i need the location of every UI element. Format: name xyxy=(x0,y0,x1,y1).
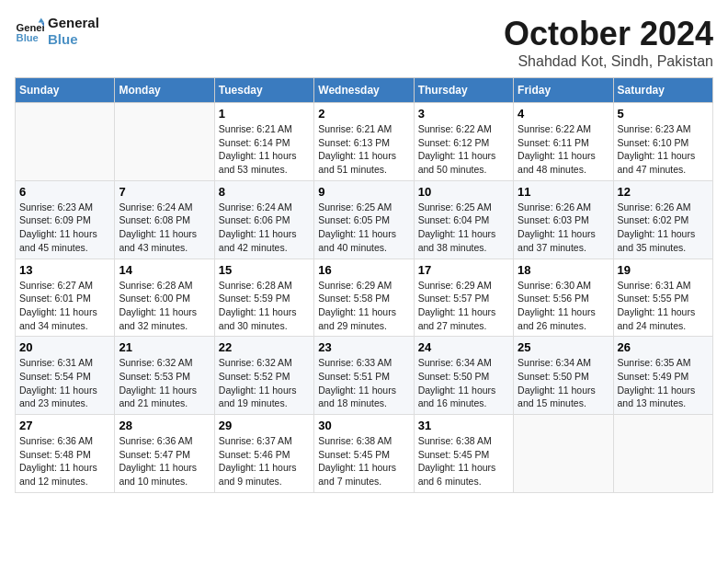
calendar-week: 13Sunrise: 6:27 AM Sunset: 6:01 PM Dayli… xyxy=(16,259,713,337)
day-number: 8 xyxy=(219,185,310,199)
day-info: Sunrise: 6:21 AM Sunset: 6:14 PM Dayligh… xyxy=(219,122,310,177)
weekday-header: Monday xyxy=(115,78,214,103)
day-info: Sunrise: 6:34 AM Sunset: 5:50 PM Dayligh… xyxy=(518,356,609,410)
day-number: 27 xyxy=(19,419,110,432)
svg-text:General: General xyxy=(17,22,44,33)
day-number: 4 xyxy=(518,107,609,121)
day-number: 11 xyxy=(518,185,609,199)
calendar-cell: 19Sunrise: 6:31 AM Sunset: 5:55 PM Dayli… xyxy=(613,259,712,337)
day-info: Sunrise: 6:32 AM Sunset: 5:52 PM Dayligh… xyxy=(219,356,310,410)
calendar-week: 6Sunrise: 6:23 AM Sunset: 6:09 PM Daylig… xyxy=(16,180,713,259)
weekday-header: Thursday xyxy=(414,78,513,103)
calendar-cell: 4Sunrise: 6:22 AM Sunset: 6:11 PM Daylig… xyxy=(514,103,613,181)
day-number: 12 xyxy=(618,185,709,199)
calendar-cell: 8Sunrise: 6:24 AM Sunset: 6:06 PM Daylig… xyxy=(214,180,313,259)
day-number: 30 xyxy=(318,419,409,432)
day-info: Sunrise: 6:25 AM Sunset: 6:04 PM Dayligh… xyxy=(418,201,509,255)
day-info: Sunrise: 6:24 AM Sunset: 6:06 PM Dayligh… xyxy=(219,201,310,255)
day-number: 14 xyxy=(119,263,210,277)
calendar-cell: 6Sunrise: 6:23 AM Sunset: 6:09 PM Daylig… xyxy=(16,180,115,259)
calendar-cell: 13Sunrise: 6:27 AM Sunset: 6:01 PM Dayli… xyxy=(16,259,115,337)
day-number: 26 xyxy=(618,340,709,354)
day-info: Sunrise: 6:36 AM Sunset: 5:47 PM Dayligh… xyxy=(119,434,210,488)
day-number: 15 xyxy=(219,263,310,277)
day-info: Sunrise: 6:26 AM Sunset: 6:02 PM Dayligh… xyxy=(618,201,709,255)
calendar-cell: 14Sunrise: 6:28 AM Sunset: 6:00 PM Dayli… xyxy=(115,259,214,337)
day-number: 13 xyxy=(19,263,110,277)
day-number: 29 xyxy=(219,419,310,432)
calendar-cell: 24Sunrise: 6:34 AM Sunset: 5:50 PM Dayli… xyxy=(414,337,513,415)
calendar-cell: 2Sunrise: 6:21 AM Sunset: 6:13 PM Daylig… xyxy=(314,103,414,181)
day-number: 9 xyxy=(318,185,409,199)
calendar-cell: 26Sunrise: 6:35 AM Sunset: 5:49 PM Dayli… xyxy=(613,337,712,415)
day-info: Sunrise: 6:21 AM Sunset: 6:13 PM Dayligh… xyxy=(318,122,409,177)
day-number: 25 xyxy=(518,340,609,354)
day-number: 23 xyxy=(318,340,409,354)
day-number: 20 xyxy=(19,340,110,354)
day-number: 2 xyxy=(318,107,409,121)
day-info: Sunrise: 6:27 AM Sunset: 6:01 PM Dayligh… xyxy=(19,279,110,333)
day-info: Sunrise: 6:23 AM Sunset: 6:09 PM Dayligh… xyxy=(19,201,110,255)
logo-icon: General Blue xyxy=(15,17,44,46)
day-number: 7 xyxy=(119,185,210,199)
day-info: Sunrise: 6:33 AM Sunset: 5:51 PM Dayligh… xyxy=(318,356,409,410)
day-number: 10 xyxy=(418,185,509,199)
calendar-cell xyxy=(115,103,214,181)
day-info: Sunrise: 6:34 AM Sunset: 5:50 PM Dayligh… xyxy=(418,356,509,410)
day-info: Sunrise: 6:32 AM Sunset: 5:53 PM Dayligh… xyxy=(119,356,210,410)
day-info: Sunrise: 6:25 AM Sunset: 6:05 PM Dayligh… xyxy=(318,201,409,255)
calendar-cell: 17Sunrise: 6:29 AM Sunset: 5:57 PM Dayli… xyxy=(414,259,513,337)
day-info: Sunrise: 6:35 AM Sunset: 5:49 PM Dayligh… xyxy=(618,356,709,410)
day-info: Sunrise: 6:30 AM Sunset: 5:56 PM Dayligh… xyxy=(518,279,609,333)
page-header: General Blue General Blue October 2024 S… xyxy=(15,15,713,70)
calendar-week: 20Sunrise: 6:31 AM Sunset: 5:54 PM Dayli… xyxy=(16,337,713,415)
day-info: Sunrise: 6:26 AM Sunset: 6:03 PM Dayligh… xyxy=(518,201,609,255)
calendar-table: SundayMondayTuesdayWednesdayThursdayFrid… xyxy=(15,77,713,493)
calendar-cell: 3Sunrise: 6:22 AM Sunset: 6:12 PM Daylig… xyxy=(414,103,513,181)
day-info: Sunrise: 6:22 AM Sunset: 6:11 PM Dayligh… xyxy=(518,122,609,177)
calendar-cell: 11Sunrise: 6:26 AM Sunset: 6:03 PM Dayli… xyxy=(514,180,613,259)
day-number: 31 xyxy=(418,419,509,432)
day-info: Sunrise: 6:29 AM Sunset: 5:57 PM Dayligh… xyxy=(418,279,509,333)
calendar-week: 27Sunrise: 6:36 AM Sunset: 5:48 PM Dayli… xyxy=(16,415,713,493)
day-number: 28 xyxy=(119,419,210,432)
calendar-cell: 1Sunrise: 6:21 AM Sunset: 6:14 PM Daylig… xyxy=(214,103,313,181)
calendar-cell: 7Sunrise: 6:24 AM Sunset: 6:08 PM Daylig… xyxy=(115,180,214,259)
weekday-header: Tuesday xyxy=(214,78,313,103)
calendar-cell xyxy=(16,103,115,181)
day-info: Sunrise: 6:28 AM Sunset: 6:00 PM Dayligh… xyxy=(119,279,210,333)
day-info: Sunrise: 6:29 AM Sunset: 5:58 PM Dayligh… xyxy=(318,279,409,333)
day-number: 16 xyxy=(318,263,409,277)
logo: General Blue General Blue xyxy=(15,15,99,48)
day-number: 17 xyxy=(418,263,509,277)
calendar-week: 1Sunrise: 6:21 AM Sunset: 6:14 PM Daylig… xyxy=(16,103,713,181)
month-title: October 2024 xyxy=(504,15,713,53)
day-info: Sunrise: 6:31 AM Sunset: 5:55 PM Dayligh… xyxy=(618,279,709,333)
title-block: October 2024 Shahdad Kot, Sindh, Pakista… xyxy=(504,15,713,70)
calendar-cell: 25Sunrise: 6:34 AM Sunset: 5:50 PM Dayli… xyxy=(514,337,613,415)
logo-text-general: General xyxy=(48,15,99,31)
day-info: Sunrise: 6:38 AM Sunset: 5:45 PM Dayligh… xyxy=(318,434,409,488)
calendar-cell xyxy=(613,415,712,493)
day-number: 3 xyxy=(418,107,509,121)
day-number: 24 xyxy=(418,340,509,354)
calendar-cell: 18Sunrise: 6:30 AM Sunset: 5:56 PM Dayli… xyxy=(514,259,613,337)
calendar-cell: 5Sunrise: 6:23 AM Sunset: 6:10 PM Daylig… xyxy=(613,103,712,181)
calendar-cell: 16Sunrise: 6:29 AM Sunset: 5:58 PM Dayli… xyxy=(314,259,414,337)
svg-text:Blue: Blue xyxy=(17,32,39,43)
day-number: 1 xyxy=(219,107,310,121)
calendar-cell: 10Sunrise: 6:25 AM Sunset: 6:04 PM Dayli… xyxy=(414,180,513,259)
day-number: 18 xyxy=(518,263,609,277)
day-info: Sunrise: 6:36 AM Sunset: 5:48 PM Dayligh… xyxy=(19,434,110,488)
logo-text-blue: Blue xyxy=(48,31,99,48)
day-info: Sunrise: 6:23 AM Sunset: 6:10 PM Dayligh… xyxy=(618,122,709,177)
weekday-header: Saturday xyxy=(613,78,712,103)
calendar-cell: 27Sunrise: 6:36 AM Sunset: 5:48 PM Dayli… xyxy=(16,415,115,493)
weekday-header: Sunday xyxy=(16,78,115,103)
day-number: 6 xyxy=(19,185,110,199)
calendar-cell: 30Sunrise: 6:38 AM Sunset: 5:45 PM Dayli… xyxy=(314,415,414,493)
calendar-header: SundayMondayTuesdayWednesdayThursdayFrid… xyxy=(16,78,713,103)
calendar-cell: 15Sunrise: 6:28 AM Sunset: 5:59 PM Dayli… xyxy=(214,259,313,337)
calendar-cell xyxy=(514,415,613,493)
calendar-cell: 31Sunrise: 6:38 AM Sunset: 5:45 PM Dayli… xyxy=(414,415,513,493)
